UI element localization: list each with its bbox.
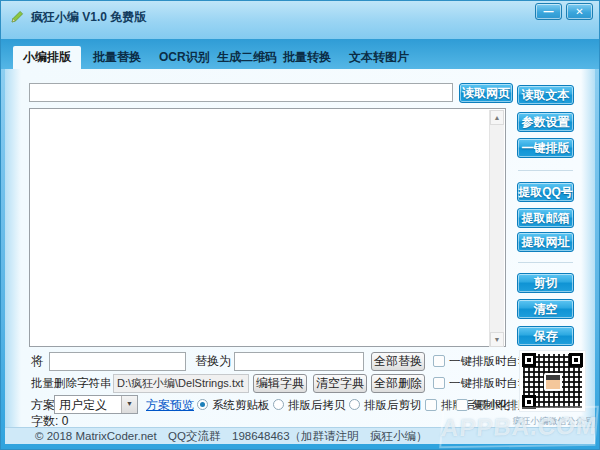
qr-finder-icon — [522, 395, 536, 409]
clear-dict-button[interactable]: 清空字典 — [313, 374, 367, 393]
radio-copy-after-label[interactable]: 排版后拷贝 — [288, 396, 346, 415]
radio-cut-after-label[interactable]: 排版后剪切 — [364, 396, 422, 415]
qr-finder-icon — [522, 353, 536, 367]
word-count-value: 0 — [62, 414, 69, 428]
scroll-up-icon[interactable]: ▲ — [490, 110, 504, 125]
url-input[interactable] — [29, 83, 453, 102]
auto-delete-checkbox[interactable] — [433, 377, 445, 389]
replace-to-label: 替换为 — [195, 352, 231, 371]
pencil-icon — [10, 9, 25, 24]
auto-replace-checkbox[interactable] — [433, 355, 445, 367]
replace-from-label: 将 — [31, 352, 43, 371]
edit-dict-button[interactable]: 编辑字典 — [253, 374, 307, 393]
editor-scrollbar[interactable]: ▲ ▼ — [489, 110, 504, 347]
extract-qq-button[interactable]: 提取QQ号 — [517, 182, 574, 202]
chevron-down-icon: ▼ — [121, 396, 137, 413]
radio-cut-after[interactable] — [349, 399, 360, 410]
delete-dict-path: D:\疯狂小编\DelStrings.txt — [113, 374, 249, 393]
one-key-typeset-button[interactable]: 一键排版 — [517, 138, 574, 158]
cut-button[interactable]: 剪切 — [517, 273, 574, 293]
extract-url-button[interactable]: 提取网址 — [517, 232, 574, 252]
status-bar: © 2018 MatrixCoder.net QQ交流群 198648463（加… — [5, 427, 595, 444]
app-window: 疯狂小编 V1.0 免费版 — ✕ 小编排版 批量替换 OCR识别 生成二维码 … — [0, 0, 600, 450]
minimize-button[interactable]: — — [535, 3, 562, 20]
qr-finder-icon — [569, 353, 583, 367]
minimize-after-checkbox[interactable] — [425, 399, 437, 411]
extract-email-button[interactable]: 提取邮箱 — [517, 208, 574, 228]
read-text-button[interactable]: 读取文本 — [517, 85, 574, 105]
delete-all-button[interactable]: 全部删除 — [371, 374, 425, 393]
scheme-select-value: 用户定义 — [59, 397, 107, 413]
window-title: 疯狂小编 V1.0 免费版 — [31, 9, 146, 26]
avatar — [544, 373, 562, 391]
main-text-area[interactable]: ▲ ▼ — [29, 108, 506, 347]
radio-system-clipboard[interactable] — [197, 399, 208, 410]
side-separator — [518, 170, 573, 171]
side-separator — [518, 262, 573, 263]
tab-text-to-image[interactable]: 文本转图片 — [339, 46, 419, 69]
close-button[interactable]: ✕ — [566, 3, 593, 20]
replace-all-button[interactable]: 全部替换 — [371, 352, 425, 371]
radio-system-clipboard-label[interactable]: 系统剪贴板 — [212, 396, 270, 415]
save-button[interactable]: 保存 — [517, 326, 574, 346]
wechat-qr-code — [519, 350, 586, 412]
scheme-preview-link[interactable]: 方案预览 — [146, 396, 194, 415]
batch-delete-label: 批量删除字符串 — [31, 374, 112, 393]
replace-to-input[interactable] — [234, 352, 364, 371]
copy-is-typeset-checkbox[interactable] — [456, 399, 468, 411]
word-count-label: 字数: — [31, 414, 58, 428]
titlebar[interactable]: 疯狂小编 V1.0 免费版 — ✕ — [1, 1, 600, 39]
replace-from-input[interactable] — [49, 352, 186, 371]
tab-batch-convert[interactable]: 批量转换 — [273, 46, 341, 69]
tab-typeset[interactable]: 小编排版 — [13, 46, 81, 69]
scheme-select[interactable]: 用户定义 ▼ — [54, 395, 138, 414]
tab-batch-replace[interactable]: 批量替换 — [83, 46, 151, 69]
scroll-down-icon[interactable]: ▼ — [490, 332, 504, 347]
read-webpage-button[interactable]: 读取网页 — [459, 83, 513, 103]
radio-copy-after[interactable] — [273, 399, 284, 410]
status-text: © 2018 MatrixCoder.net QQ交流群 198648463（加… — [35, 430, 428, 442]
clear-button[interactable]: 清空 — [517, 299, 574, 319]
tab-bar: 小编排版 批量替换 OCR识别 生成二维码 批量转换 文本转图片 — [1, 39, 600, 69]
settings-button[interactable]: 参数设置 — [517, 112, 574, 132]
